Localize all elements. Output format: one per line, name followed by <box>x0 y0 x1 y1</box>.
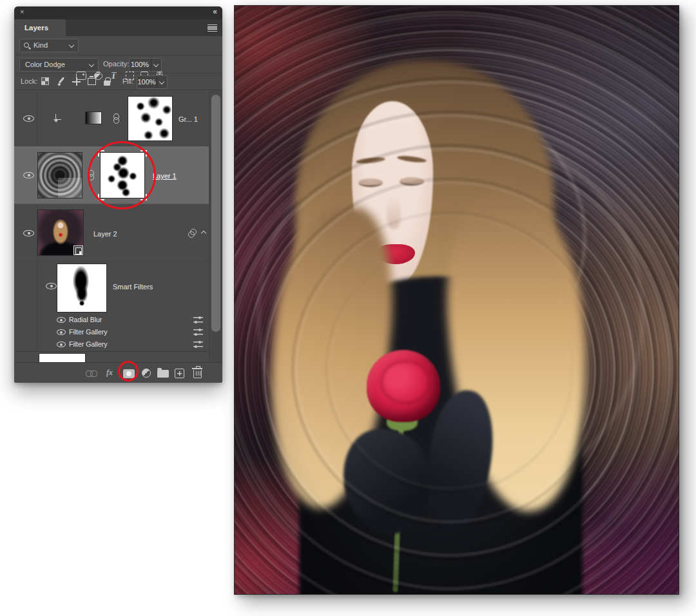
panel-menu-icon[interactable] <box>208 24 217 32</box>
smart-filter-entry[interactable]: Radial Blur <box>14 314 209 326</box>
visibility-eye-icon[interactable] <box>57 329 66 335</box>
visibility-eye-icon[interactable] <box>46 283 57 289</box>
visibility-eye-icon[interactable] <box>23 115 34 122</box>
smart-filter-name[interactable]: Filter Gallery <box>69 328 108 336</box>
panel-title-bar: × « <box>14 6 222 19</box>
filter-blending-options-icon[interactable] <box>193 340 203 348</box>
smart-filter-entry[interactable]: Filter Gallery <box>14 338 209 351</box>
add-layer-mask-icon[interactable] <box>122 368 135 379</box>
mask-selection-bracket <box>140 194 147 200</box>
fill-input[interactable]: 100% <box>137 75 168 89</box>
fill-dropdown-button[interactable] <box>157 76 167 88</box>
filter-kind-value: Kind <box>34 41 48 49</box>
fx-glyph: fx <box>106 367 113 378</box>
adjustment-layer-icon[interactable] <box>140 368 153 379</box>
blend-mode-value: Color Dodge <box>25 61 65 68</box>
list-divider <box>14 351 209 352</box>
smart-object-badge-icon <box>73 245 83 255</box>
layer-filter-bar: Kind T <box>14 36 222 55</box>
layer-row-layer2[interactable]: Layer 2 <box>14 204 209 262</box>
layer-row-gradient[interactable]: Gr... 1 <box>14 91 209 146</box>
opacity-input[interactable]: 100% <box>129 58 162 72</box>
blend-mode-select[interactable]: Color Dodge <box>19 58 99 72</box>
mask-selection-bracket <box>98 194 104 200</box>
mask-selection-bracket <box>98 150 104 157</box>
layers-panel: × « Layers Kind T Color Dodge Opacity: 1… <box>14 6 222 383</box>
layer-list: Gr... 1 Layer 1 Layer 2 <box>14 91 209 362</box>
chevron-down-icon <box>153 62 159 67</box>
panel-bottom-toolbar: fx <box>14 362 222 383</box>
chevron-down-icon <box>159 79 164 84</box>
smart-filters-row[interactable]: Smart Filters <box>14 262 209 314</box>
mask-link-icon[interactable] <box>88 170 94 180</box>
layer1-mask-thumbnail[interactable] <box>100 152 145 198</box>
smart-filter-name[interactable]: Filter Gallery <box>69 340 108 348</box>
fill-value: 100% <box>137 78 156 86</box>
layer1-thumbnail[interactable] <box>37 152 82 198</box>
photo-vignette <box>235 6 679 594</box>
lock-all-icon[interactable] <box>102 77 112 86</box>
lock-pixels-icon[interactable] <box>57 77 66 86</box>
filter-blending-options-icon[interactable] <box>193 328 203 336</box>
collapse-panel-icon[interactable]: « <box>213 7 217 16</box>
chevron-down-icon <box>89 62 94 67</box>
new-layer-icon[interactable] <box>173 368 186 379</box>
filter-blending-options-icon[interactable] <box>193 316 203 323</box>
layer-row-layer1[interactable]: Layer 1 <box>14 146 209 204</box>
visibility-eye-icon[interactable] <box>23 172 34 178</box>
chevron-down-icon <box>69 43 74 48</box>
search-icon <box>24 43 29 48</box>
close-icon[interactable]: × <box>20 8 24 15</box>
visibility-eye-icon[interactable] <box>23 230 34 236</box>
lock-transparency-icon[interactable] <box>41 77 50 86</box>
scrollbar-thumb[interactable] <box>211 95 220 332</box>
new-group-folder-icon[interactable] <box>157 368 170 379</box>
panel-tab-row: Layers <box>14 19 222 36</box>
tab-layers[interactable]: Layers <box>14 19 66 36</box>
opacity-label: Opacity: <box>103 60 129 68</box>
lock-position-icon[interactable] <box>72 77 81 86</box>
smart-filter-name[interactable]: Radial Blur <box>69 316 102 323</box>
layer-style-fx-icon[interactable]: fx <box>106 368 119 379</box>
mask-link-icon[interactable] <box>113 113 119 123</box>
clipping-mask-arrow-icon <box>55 114 61 120</box>
gradient-layer-mask-thumbnail[interactable] <box>128 96 173 141</box>
link-layers-icon[interactable] <box>86 368 99 379</box>
scrollbar-track <box>209 91 222 362</box>
lock-label: Lock: <box>21 77 37 85</box>
layer-name[interactable]: Layer 1 <box>153 172 177 180</box>
layer-name[interactable]: Layer 2 <box>93 230 117 238</box>
gradient-fill-thumbnail[interactable] <box>85 111 102 124</box>
smart-filters-mask-thumbnail[interactable] <box>57 264 107 313</box>
visibility-eye-icon[interactable] <box>57 342 66 347</box>
smart-filter-entry[interactable]: Filter Gallery <box>14 326 209 338</box>
lock-artboard-icon[interactable] <box>87 77 97 86</box>
layer2-thumbnail[interactable] <box>37 209 84 256</box>
lock-row: Lock: Fill: 100% <box>14 74 222 90</box>
delete-layer-trash-icon[interactable] <box>191 368 204 379</box>
background-layer-thumbnail-partial[interactable] <box>39 353 86 362</box>
fill-label: Fill: <box>122 77 133 85</box>
opacity-dropdown-button[interactable] <box>151 59 161 71</box>
blend-mode-row: Color Dodge Opacity: 100% <box>14 56 222 73</box>
layer-name[interactable]: Gr... 1 <box>179 115 198 123</box>
smart-filter-indicator-icon[interactable] <box>188 229 197 238</box>
document-canvas[interactable] <box>234 5 679 595</box>
mask-selection-bracket <box>140 150 147 157</box>
opacity-value: 100% <box>130 61 150 68</box>
filter-kind-select[interactable]: Kind <box>19 39 79 52</box>
visibility-eye-icon[interactable] <box>57 317 66 323</box>
smart-filters-label: Smart Filters <box>113 283 153 291</box>
collapse-smart-filters-icon[interactable] <box>201 231 206 236</box>
